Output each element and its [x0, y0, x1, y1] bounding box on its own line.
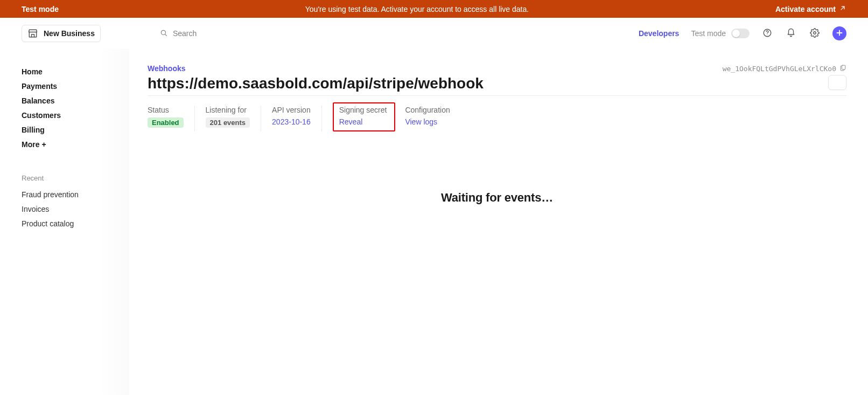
recent-invoices[interactable]: Invoices	[22, 202, 129, 217]
app-header: New Business Search Developers Test mode	[0, 18, 868, 49]
listening-label: Listening for	[206, 106, 250, 114]
breadcrumb-webhooks[interactable]: Webhooks	[148, 64, 186, 73]
account-switcher[interactable]: New Business	[22, 25, 101, 42]
main-nav: Home Payments Balances Customers Billing…	[22, 64, 129, 151]
help-button[interactable]	[761, 27, 773, 39]
plus-icon	[835, 28, 844, 39]
svg-rect-8	[842, 65, 845, 70]
test-mode-label: Test mode	[691, 29, 726, 38]
test-mode-banner: Test mode You're using test data. Activa…	[0, 0, 868, 18]
test-mode-toggle-wrap: Test mode	[691, 29, 750, 38]
search-icon	[160, 29, 167, 38]
waiting-for-events: Waiting for events…	[148, 191, 846, 205]
svg-line-0	[841, 6, 844, 10]
overflow-menu-button[interactable]	[828, 75, 846, 90]
activate-account-link[interactable]: Activate account	[775, 4, 846, 13]
events-badge[interactable]: 201 events	[206, 117, 250, 128]
svg-line-2	[165, 34, 167, 36]
banner-test-mode-label: Test mode	[22, 5, 59, 13]
info-configuration: Configuration View logs	[405, 106, 460, 131]
nav-billing[interactable]: Billing	[22, 122, 129, 137]
webhook-info-strip: Status Enabled Listening for 201 events …	[148, 96, 846, 131]
reveal-secret-link[interactable]: Reveal	[339, 117, 363, 126]
bell-icon	[786, 28, 796, 39]
nav-home[interactable]: Home	[22, 64, 129, 79]
configuration-label: Configuration	[405, 106, 450, 114]
nav-more-label: More	[22, 140, 39, 149]
help-icon	[762, 28, 772, 39]
notifications-button[interactable]	[785, 27, 797, 39]
nav-more[interactable]: More +	[22, 137, 129, 151]
nav-balances[interactable]: Balances	[22, 93, 129, 108]
recent-product-catalog[interactable]: Product catalog	[22, 217, 129, 231]
sidebar: Home Payments Balances Customers Billing…	[0, 49, 129, 395]
api-version-label: API version	[272, 106, 311, 114]
developers-link[interactable]: Developers	[639, 29, 679, 38]
main-content: Webhooks we_1OokFQLtGdPVhGLeLXrlCKo0 htt…	[129, 49, 868, 395]
recent-nav: Fraud prevention Invoices Product catalo…	[22, 188, 129, 231]
info-listening: Listening for 201 events	[206, 106, 262, 131]
api-version-link[interactable]: 2023-10-16	[272, 117, 311, 126]
search-placeholder: Search	[173, 29, 197, 38]
create-button[interactable]	[832, 26, 846, 40]
svg-point-5	[814, 31, 816, 34]
settings-button[interactable]	[809, 27, 821, 39]
webhook-id-text: we_1OokFQLtGdPVhGLeLXrlCKo0	[723, 65, 836, 73]
webhook-id[interactable]: we_1OokFQLtGdPVhGLeLXrlCKo0	[723, 64, 846, 73]
svg-point-4	[767, 34, 767, 35]
info-api-version: API version 2023-10-16	[272, 106, 322, 131]
nav-payments[interactable]: Payments	[22, 79, 129, 93]
page-title: https://demo.saasbold.com/api/stripe/web…	[148, 75, 828, 92]
activate-account-label: Activate account	[775, 5, 836, 13]
clipboard-icon	[839, 64, 846, 73]
signing-secret-label: Signing secret	[339, 106, 387, 114]
external-link-icon	[839, 4, 846, 13]
test-mode-toggle[interactable]	[731, 29, 750, 38]
info-status: Status Enabled	[148, 106, 195, 131]
search-input[interactable]: Search	[160, 29, 197, 38]
plus-icon: +	[41, 140, 46, 149]
recent-fraud-prevention[interactable]: Fraud prevention	[22, 188, 129, 202]
business-name: New Business	[44, 29, 95, 38]
status-label: Status	[148, 106, 184, 114]
nav-customers[interactable]: Customers	[22, 108, 129, 122]
banner-message: You're using test data. Activate your ac…	[59, 5, 775, 13]
storefront-icon	[27, 28, 38, 39]
info-signing-secret: Signing secret Reveal	[333, 102, 396, 131]
recent-section-label: Recent	[22, 174, 129, 182]
status-badge: Enabled	[148, 117, 184, 128]
gear-icon	[810, 28, 820, 39]
view-logs-link[interactable]: View logs	[405, 117, 437, 126]
